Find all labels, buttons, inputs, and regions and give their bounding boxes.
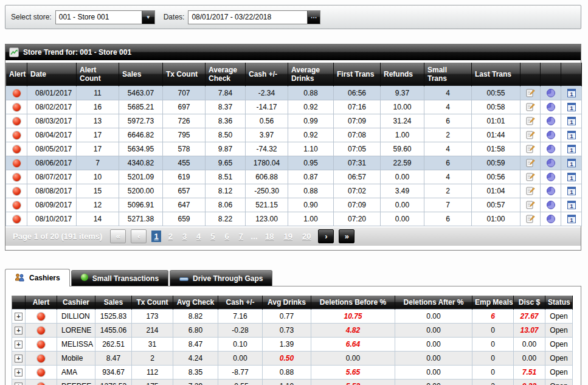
- cashiers-col-avg_check[interactable]: Avg Check: [173, 296, 218, 309]
- cashier-row[interactable]: +Mobile8.4724.240.000.500.000.0000.00Ope…: [12, 351, 573, 365]
- grid-icon[interactable]: 1: [567, 88, 576, 98]
- cashier-row[interactable]: +MELISSA262.51318.470.101.396.640.0000.0…: [12, 337, 573, 351]
- trend-row[interactable]: 08/04/2017176646.827958.503.970.9207:081…: [6, 128, 582, 142]
- tab-cashiers[interactable]: Cashiers: [5, 269, 70, 286]
- pie-icon[interactable]: [546, 214, 556, 224]
- trend-row[interactable]: 08/06/201774340.824559.651780.040.9507:3…: [6, 156, 582, 170]
- cashier-row[interactable]: +AMA934.671128.35-8.770.885.650.0007.51O…: [12, 365, 573, 379]
- page-link-7[interactable]: 7: [237, 231, 246, 242]
- pie-icon[interactable]: [546, 144, 556, 154]
- pie-icon[interactable]: [546, 200, 556, 210]
- cashier-row[interactable]: +DILLION1525.831738.827.160.7710.750.006…: [12, 309, 573, 323]
- expand-icon[interactable]: +: [15, 369, 22, 376]
- page-link-1[interactable]: 1: [151, 231, 161, 242]
- chevron-down-icon[interactable]: ▼: [142, 11, 154, 24]
- edit-icon[interactable]: [525, 102, 535, 112]
- trend-col-alert_count[interactable]: Alert Count: [77, 63, 119, 86]
- cashiers-col-avg_drinks[interactable]: Avg Drinks: [263, 296, 311, 309]
- grid-icon[interactable]: 1: [567, 214, 576, 224]
- trend-row[interactable]: 08/07/2017105201.096198.51606.880.8706:5…: [6, 170, 582, 184]
- tab-small-transactions[interactable]: Small Transactions: [71, 270, 168, 286]
- grid-icon[interactable]: 1: [567, 144, 576, 154]
- pie-icon[interactable]: [546, 102, 556, 112]
- pie-icon[interactable]: [546, 172, 556, 182]
- trend-row[interactable]: 08/09/2017125096.916478.06521.150.9007:0…: [6, 198, 582, 212]
- trend-col-first_trans[interactable]: First Trans: [334, 63, 381, 86]
- cashier-row[interactable]: +DEEDEE1276.531757.29-0.551.105.530.0029…: [12, 379, 573, 385]
- cashiers-col-del_before[interactable]: Deletions Before %: [311, 296, 395, 309]
- first-page-button[interactable]: «: [110, 229, 126, 243]
- grid-icon[interactable]: 1: [567, 200, 576, 210]
- pie-icon[interactable]: [546, 130, 556, 140]
- trend-col-date[interactable]: Date: [27, 63, 77, 86]
- grid-icon[interactable]: 1: [567, 116, 576, 126]
- edit-icon[interactable]: [525, 130, 535, 140]
- cashiers-col-del_after[interactable]: Deletions After %: [395, 296, 472, 309]
- next-page-button[interactable]: ›: [318, 229, 334, 243]
- cashier-row[interactable]: +LORENE1455.062146.80-0.280.734.820.0001…: [12, 323, 573, 337]
- expand-icon[interactable]: +: [15, 355, 22, 362]
- grid-icon[interactable]: 1: [567, 186, 576, 196]
- trend-row[interactable]: 08/03/2017135972.737268.360.560.9907:093…: [6, 114, 582, 128]
- page-link-18[interactable]: 18: [263, 231, 276, 242]
- pie-icon[interactable]: [546, 116, 556, 126]
- edit-icon[interactable]: [525, 88, 535, 98]
- page-link-19[interactable]: 19: [282, 231, 295, 242]
- last-page-button[interactable]: »: [339, 229, 355, 243]
- store-select-value[interactable]: [56, 11, 142, 24]
- edit-icon[interactable]: [525, 116, 535, 126]
- page-link-3[interactable]: 3: [180, 231, 189, 242]
- trend-cell-grid: 1: [561, 198, 582, 212]
- grid-icon[interactable]: 1: [567, 158, 576, 168]
- edit-icon[interactable]: [525, 200, 535, 210]
- page-link-4[interactable]: 4: [194, 231, 203, 242]
- edit-icon[interactable]: [525, 158, 535, 168]
- ellipsis-icon[interactable]: …: [307, 11, 320, 24]
- expand-icon[interactable]: +: [15, 313, 22, 321]
- grid-icon[interactable]: 1: [567, 172, 576, 182]
- grid-icon[interactable]: 1: [567, 130, 576, 140]
- pie-icon[interactable]: [546, 186, 556, 196]
- cashiers-col-cashier[interactable]: Cashier: [57, 296, 95, 309]
- expand-icon[interactable]: +: [15, 327, 22, 335]
- cashiers-col-emp_meals[interactable]: Emp Meals: [472, 296, 514, 309]
- cashiers-col-status[interactable]: Status: [545, 296, 573, 309]
- expand-icon[interactable]: +: [15, 341, 22, 349]
- trend-col-cash[interactable]: Cash +/-: [246, 63, 288, 86]
- page-link-2[interactable]: 2: [166, 231, 175, 242]
- trend-col-sales[interactable]: Sales: [119, 63, 163, 86]
- trend-row[interactable]: 08/08/2017155200.006578.12-250.300.8807:…: [6, 184, 582, 198]
- store-select[interactable]: ▼: [55, 10, 155, 24]
- trend-row[interactable]: 08/02/2017165685.216978.37-14.170.9207:1…: [6, 100, 582, 114]
- edit-icon[interactable]: [525, 172, 535, 182]
- dates-field-value[interactable]: [189, 11, 307, 24]
- page-link-6[interactable]: 6: [223, 231, 232, 242]
- trend-row[interactable]: 08/05/2017175634.955789.87-74.321.1007:0…: [6, 142, 582, 156]
- trend-col-avg_check[interactable]: Average Check: [206, 63, 246, 86]
- page-link-20[interactable]: 20: [300, 231, 313, 242]
- page-link-5[interactable]: 5: [208, 231, 217, 242]
- tab-drive-through-gaps[interactable]: Drive Through Gaps: [170, 270, 272, 286]
- prev-page-button[interactable]: ‹: [131, 229, 147, 243]
- trend-row[interactable]: 08/10/2017145271.386598.22123.001.0007:2…: [6, 212, 582, 226]
- pie-icon[interactable]: [546, 88, 556, 98]
- trend-col-alert[interactable]: Alert: [6, 63, 27, 86]
- pie-icon[interactable]: [546, 158, 556, 168]
- dates-field[interactable]: …: [188, 10, 320, 24]
- trend-col-avg_drinks[interactable]: Average Drinks: [288, 63, 334, 86]
- cashiers-col-cash[interactable]: Cash +/-: [218, 296, 263, 309]
- cashiers-col-alert[interactable]: Alert: [26, 296, 57, 309]
- grid-icon[interactable]: 1: [567, 102, 576, 112]
- edit-icon[interactable]: [525, 144, 535, 154]
- edit-icon[interactable]: [525, 214, 535, 224]
- trend-col-small_trans[interactable]: Small Trans: [424, 63, 472, 86]
- trend-col-last_trans[interactable]: Last Trans: [472, 63, 521, 86]
- trend-row[interactable]: 08/01/2017115463.077077.84-2.340.8806:56…: [6, 86, 582, 100]
- trend-col-tx_count[interactable]: Tx Count: [163, 63, 206, 86]
- trend-col-refunds[interactable]: Refunds: [381, 63, 424, 86]
- edit-icon[interactable]: [525, 186, 535, 196]
- cashiers-col-sales[interactable]: Sales: [95, 296, 132, 309]
- expand-icon[interactable]: +: [15, 383, 22, 385]
- cashiers-col-disc[interactable]: Disc $: [514, 296, 545, 309]
- cashiers-col-tx_count[interactable]: Tx Count: [132, 296, 173, 309]
